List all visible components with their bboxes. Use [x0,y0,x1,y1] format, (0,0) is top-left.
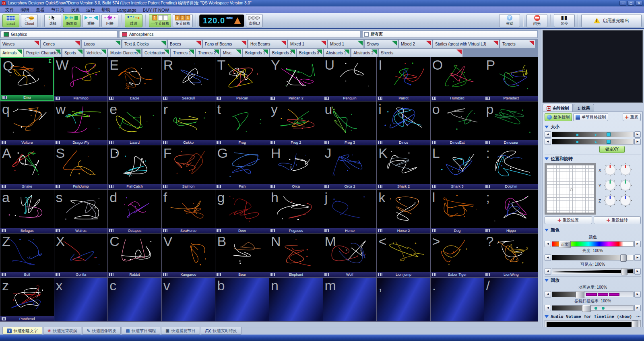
reset-rotation-button[interactable]: ✛ 重设旋转 [594,216,641,224]
cue-cell-octapus[interactable]: d Octapus [108,190,161,234]
category-tab-vehicles[interactable]: Vehicles [84,48,107,57]
animation-speed-handle[interactable] [576,291,584,298]
cue-cell-pteradact[interactable]: P Pteradact [484,57,538,101]
size-y-handle[interactable] [607,140,611,144]
cue-cell-fishjump[interactable]: S FishJump [54,145,108,189]
reset-button[interactable]: ✛ 重置 [623,113,641,121]
select-mode-button[interactable]: 选择 [44,14,61,27]
cue-cell-frog-3[interactable]: u Frog 3 [323,101,377,145]
menu-item-编辑[interactable]: 编辑 [18,6,32,13]
virtual-lj-button[interactable]: 虚拟LJ [246,14,263,27]
close-button[interactable]: ✕ [636,1,642,6]
size-header[interactable]: 大小 [545,124,641,130]
slider-min-button[interactable]: ◄ [545,131,551,138]
audio-more-button[interactable]: ··· [636,314,641,319]
master-control-button[interactable]: 整体控制 [545,113,572,121]
menu-item-帮助[interactable]: 帮助 [99,6,113,13]
pause-button[interactable]: ▮▮ 暂停 [554,14,575,27]
color-mode-handle[interactable]: 正常 [559,241,571,248]
category-tab-boxes[interactable]: Boxes [167,39,202,48]
cue-cell-empty[interactable]: , [377,278,430,322]
slider-max-button[interactable]: ► [634,254,641,261]
playback-header[interactable]: 回放 [545,277,641,283]
cue-cell-dinosaur[interactable]: p Dinosaur [484,101,538,145]
page-tab-graphics[interactable]: Graphics [1,31,118,38]
quick-tab-快速图像转换[interactable]: ✎快速图像转换 [82,327,120,335]
cue-cell-lizard[interactable]: e Lizard [108,101,161,145]
slider-max-button[interactable]: ► [634,241,641,247]
brightness-track[interactable] [552,255,634,260]
flash-mode-button[interactable]: 闪播 [101,14,118,27]
scan-rate-track[interactable] [552,305,634,311]
category-tab-bckgrnds-3[interactable]: Bckgrnds 3 [297,48,323,57]
all-pages-toggle[interactable]: 所有页 [362,31,537,38]
cloud-button[interactable]: beta Cloud [21,14,38,27]
multi-cue-grid-button[interactable]: 1 2 3 多节目格 [173,14,193,27]
quick-tab-快速实时特效[interactable]: FX快速实时特效 [201,327,242,335]
category-tab-animals[interactable]: Animals [0,48,23,57]
all-pages-checkbox[interactable] [364,32,369,37]
cue-cell-pelican-2[interactable]: Y Pelican 2 [269,57,323,101]
cue-cell-belugas[interactable]: a Belugas [0,190,54,234]
cue-cell-empty[interactable]: x [54,278,108,322]
category-tab-sheets[interactable]: Sheets [378,48,463,57]
category-tab-shows[interactable]: Shows [364,39,398,48]
cue-cell-humbird[interactable]: O HumBird [431,57,484,101]
per-cue-control-button[interactable]: 单节目格控制 [573,113,608,121]
cue-cell-eagle[interactable]: E Eagle [108,57,161,101]
cue-cell-bull[interactable]: Z Bull [0,234,54,277]
cue-cell-hippo[interactable]: ; Hippo [484,190,538,234]
blackout-button[interactable]: 闭光 [526,14,547,27]
category-tab-abstracts-2[interactable]: Abstracts 2 [351,48,378,57]
category-tab-celebration[interactable]: Celebration [142,48,170,57]
z-position-knob[interactable] [603,194,617,208]
slider-min-button[interactable]: ◄ [545,268,551,275]
category-tab-music-dancers[interactable]: Music+Dancers [108,48,142,57]
cue-cell-fish[interactable]: G Fish [215,145,269,189]
slider-max-button[interactable]: ► [634,268,641,275]
visible-points-handle[interactable] [621,268,627,275]
category-tab-logos[interactable]: Logos [81,39,122,48]
category-tab-misc-[interactable]: Misc. [221,48,242,57]
category-tab-fans-of-beams[interactable]: Fans of Beams [202,39,248,48]
category-tab-abstracts-1[interactable]: Abstracts 1 [324,48,351,57]
slider-min-button[interactable]: ◄ [545,138,551,145]
cue-cell-shark-3[interactable]: L Shark 3 [431,145,484,189]
category-tab-cones[interactable]: Cones [41,39,81,48]
cue-cell-flamingo[interactable]: W Flamingo [54,57,108,101]
category-tab-text-clocks[interactable]: Text & Clocks [122,39,167,48]
category-tab-mixed-1[interactable]: Mixed 1 [288,39,327,48]
one-cue-grid-button[interactable]: 1 一个节目格 [149,14,171,27]
scan-rate-handle[interactable] [582,305,591,312]
cue-cell-rabbit[interactable]: C Rabbit [108,234,161,277]
cue-cell-frog[interactable]: t Frog [215,101,269,145]
cue-cell-dragonfly[interactable]: w DragonFly [54,101,108,145]
x-position-knob[interactable] [603,163,617,178]
reset-position-button[interactable]: ✛ 重设位置 [545,216,592,224]
menu-item-buy-it-now[interactable]: BUY IT NOW [140,7,172,13]
z-rotation-knob[interactable] [619,194,632,208]
cue-cell-lionwing[interactable]: ? LionWing [484,234,538,277]
cue-cell-orca[interactable]: H Orca [269,145,323,189]
help-button[interactable]: ? 帮助 [499,14,520,27]
cue-cell-horse-2[interactable]: k Horse 2 [377,190,430,234]
cue-cell-elephant[interactable]: N Elephant [269,234,323,277]
position-header[interactable]: 位置和旋转 [545,156,641,162]
menu-item-设置[interactable]: 设置 [68,6,83,13]
size-y-track[interactable]: ➤ [552,139,634,145]
cue-cell-gorilla[interactable]: X Gorilla [54,234,108,277]
cue-cell-pegasus[interactable]: h Pegasus [269,190,323,234]
cue-cell-panthead[interactable]: z Panthead [0,278,54,322]
cue-cell-shark-2[interactable]: K Shark 2 [377,145,430,189]
cue-cell-pelican[interactable]: T Pelican [215,57,269,101]
size-y-slider[interactable]: ◄ ➤ ► [545,138,641,145]
category-tab-mixed-1[interactable]: Mixed 1 [328,39,364,48]
cue-cell-seahorse[interactable]: f SeaHorse [162,190,215,234]
cue-cell-saber-tiger[interactable]: > Saber Tiger [431,234,484,277]
cue-cell-empty[interactable]: b [215,278,269,322]
cue-cell-wolf[interactable]: M Wolf [323,234,377,277]
enable-laser-output-button[interactable]: 启用激光输出 [581,14,642,27]
cue-cell-empty[interactable]: n [269,278,323,322]
cue-cell-empty[interactable]: . [431,278,484,322]
cue-cell-frog-2[interactable]: y Frog 2 [269,101,323,145]
